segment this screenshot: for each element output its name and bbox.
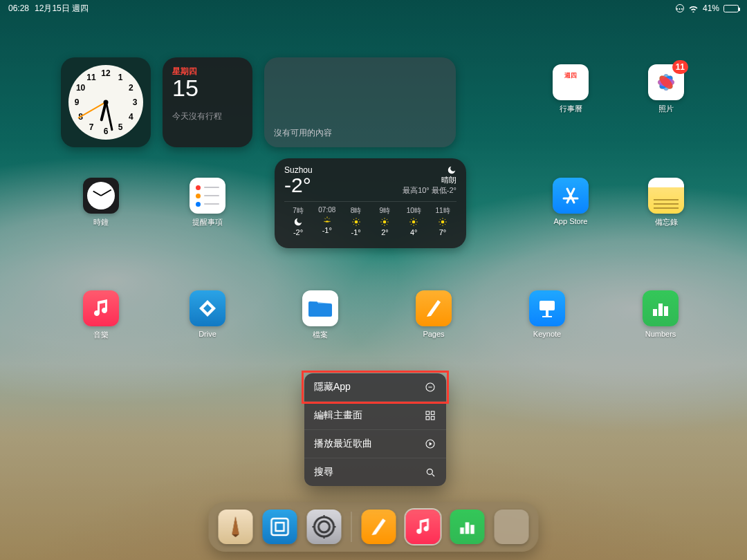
dock-app-sketch[interactable] xyxy=(219,510,253,544)
svg-point-27 xyxy=(441,221,445,224)
svg-line-34 xyxy=(445,219,445,220)
dock xyxy=(209,502,539,552)
app-reminders[interactable]: 提醒事項 xyxy=(186,178,229,227)
svg-rect-68 xyxy=(465,522,470,534)
minus-circle-icon xyxy=(424,381,436,393)
battery-pct: 41% xyxy=(703,3,719,13)
app-numbers[interactable]: Numbers xyxy=(639,290,682,338)
files-icon xyxy=(302,290,338,326)
dock-recent-numbers[interactable] xyxy=(450,510,485,544)
app-label: 檔案 xyxy=(313,330,328,340)
weather-hourly: 7時-2°07:08-1°8時-1°9時2°10時4°11時7° xyxy=(284,201,456,236)
app-drive[interactable]: Drive xyxy=(186,290,229,338)
svg-line-15 xyxy=(387,224,387,225)
app-label: Drive xyxy=(199,330,216,338)
svg-line-25 xyxy=(416,219,416,220)
svg-line-5 xyxy=(353,219,354,220)
status-more-icon: ••• xyxy=(676,4,684,12)
svg-line-8 xyxy=(353,224,354,225)
svg-rect-53 xyxy=(431,411,434,415)
app-clock[interactable]: 時鐘 xyxy=(80,178,122,227)
svg-point-9 xyxy=(383,221,387,224)
svg-line-26 xyxy=(411,224,412,225)
context-menu-item[interactable]: 搜尋 xyxy=(304,458,446,486)
svg-rect-48 xyxy=(658,304,663,316)
svg-line-23 xyxy=(411,219,412,220)
app-pages[interactable]: Pages xyxy=(412,290,455,338)
calendar-widget-note: 今天沒有行程 xyxy=(172,111,243,122)
app-label: Numbers xyxy=(645,330,676,338)
app-keynote[interactable]: Keynote xyxy=(526,290,569,338)
svg-point-18 xyxy=(412,221,416,224)
context-menu-item[interactable]: 播放最近歌曲 xyxy=(304,429,446,458)
app-label: Pages xyxy=(423,330,444,338)
context-menu: 隱藏App編輯主畫面播放最近歌曲搜尋 xyxy=(304,373,446,486)
wifi-icon xyxy=(688,5,699,12)
context-menu-item[interactable]: 隱藏App xyxy=(304,373,446,401)
app-label: App Store xyxy=(554,217,588,225)
dock-app-settings[interactable] xyxy=(307,510,342,544)
drive-icon xyxy=(190,290,225,326)
svg-line-24 xyxy=(416,224,416,225)
app-photos[interactable]: 11 照片 xyxy=(645,64,688,114)
status-time: 06:28 xyxy=(8,3,29,13)
svg-line-14 xyxy=(382,219,382,220)
svg-line-33 xyxy=(445,224,445,225)
weather-hilo: 最高10° 最低-2° xyxy=(403,185,456,196)
svg-rect-54 xyxy=(426,416,430,420)
dock-recent-pages[interactable] xyxy=(362,510,396,544)
svg-rect-69 xyxy=(470,525,474,534)
grid-icon xyxy=(424,409,436,422)
svg-rect-60 xyxy=(276,523,284,531)
svg-line-58 xyxy=(432,474,434,476)
clock-app-icon xyxy=(83,178,119,214)
weather-hour: 07:08-1° xyxy=(313,206,341,236)
context-menu-item[interactable]: 編輯主畫面 xyxy=(304,401,446,429)
svg-rect-44 xyxy=(540,301,555,310)
app-label: 備忘錄 xyxy=(655,217,678,227)
calendar-icon: 週四 15 xyxy=(553,64,589,100)
appstore-icon xyxy=(553,178,589,214)
reminders-icon xyxy=(190,178,225,214)
svg-rect-47 xyxy=(653,309,657,316)
empty-widget-note: 沒有可用的內容 xyxy=(274,127,332,139)
app-label: 時鐘 xyxy=(93,217,109,227)
svg-line-6 xyxy=(358,224,359,225)
weather-hour: 9時2° xyxy=(371,206,398,236)
numbers-icon xyxy=(643,290,679,326)
app-label: Keynote xyxy=(533,330,561,338)
photos-badge: 11 xyxy=(672,60,688,74)
app-music[interactable]: 音樂 xyxy=(80,290,122,340)
app-calendar[interactable]: 週四 15 行事曆 xyxy=(549,64,592,114)
moon-icon xyxy=(447,165,456,175)
svg-rect-49 xyxy=(664,306,668,316)
notes-icon xyxy=(648,178,684,214)
weather-widget[interactable]: Suzhou -2° 晴朗 最高10° 最低-2° 7時-2°07:08-1°8… xyxy=(275,158,466,248)
weather-condition: 晴朗 xyxy=(403,175,456,185)
status-date: 12月15日 週四 xyxy=(35,3,89,15)
clock-face: 121234567891011 xyxy=(68,65,143,140)
play-circle-icon xyxy=(424,438,436,450)
pages-icon xyxy=(416,290,452,326)
dock-app-library[interactable] xyxy=(495,510,529,544)
app-appstore[interactable]: App Store xyxy=(549,178,592,225)
dock-divider xyxy=(351,512,352,542)
battery-icon xyxy=(723,5,739,12)
app-label: 行事曆 xyxy=(560,104,582,114)
svg-line-35 xyxy=(440,224,441,225)
search-icon xyxy=(424,466,436,478)
dock-app-widgetsmith[interactable] xyxy=(263,510,297,544)
status-bar: 06:28 12月15日 週四 ••• 41% xyxy=(0,1,747,15)
clock-widget[interactable]: 121234567891011 xyxy=(61,57,151,147)
svg-line-7 xyxy=(358,219,359,220)
calendar-widget[interactable]: 星期四 15 今天沒有行程 xyxy=(163,57,252,147)
empty-widget[interactable]: 沒有可用的內容 xyxy=(264,57,456,147)
calendar-widget-day: 15 xyxy=(172,76,243,101)
app-notes[interactable]: 備忘錄 xyxy=(645,178,688,227)
svg-line-32 xyxy=(440,219,441,220)
weather-hour: 8時-1° xyxy=(342,206,370,236)
svg-line-16 xyxy=(387,219,387,220)
svg-rect-52 xyxy=(426,411,430,415)
app-files[interactable]: 檔案 xyxy=(299,290,342,340)
dock-recent-music[interactable] xyxy=(406,510,441,544)
